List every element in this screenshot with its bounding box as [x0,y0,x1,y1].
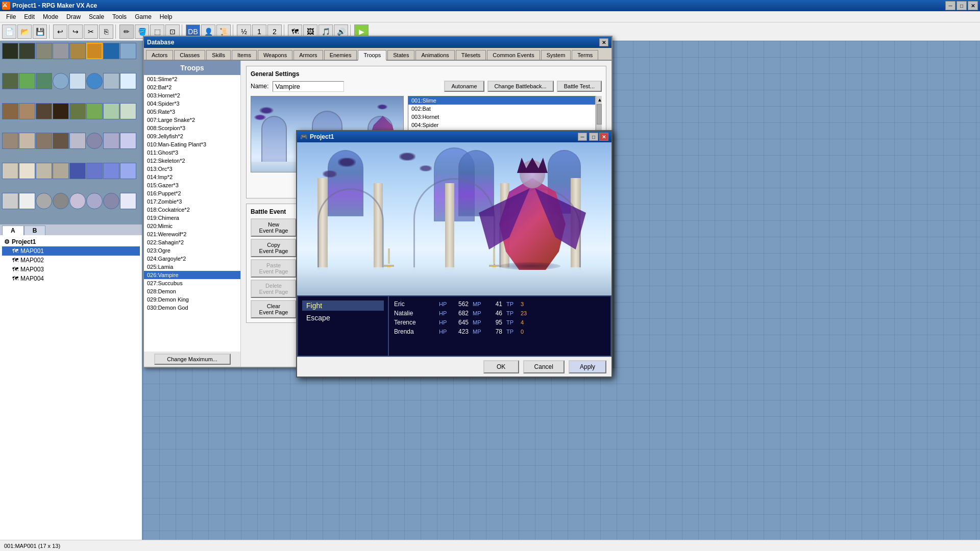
tile[interactable] [53,163,69,179]
tile[interactable] [36,103,52,119]
tile[interactable] [86,163,103,179]
db-close-btn[interactable]: ✕ [599,38,608,46]
menu-mode[interactable]: Mode [39,12,62,21]
toolbar-undo[interactable]: ↩ [53,24,67,39]
tile[interactable] [19,193,35,209]
tile[interactable] [53,133,69,149]
tile[interactable] [69,163,86,179]
troops-item[interactable]: 020:Mimic [144,222,240,230]
tab-troops[interactable]: Troops [358,50,386,61]
tile[interactable] [2,73,18,89]
close-btn[interactable]: ✕ [968,1,978,10]
troops-item[interactable]: 009:Jellyfish*2 [144,132,240,140]
tab-system[interactable]: System [541,50,571,60]
troops-item[interactable]: 029:Demon King [144,295,240,304]
tile[interactable] [69,73,86,89]
scrollbar-thumb[interactable] [597,104,602,124]
troops-item[interactable]: 024:Gargoyle*2 [144,255,240,263]
troops-item[interactable]: 016:Puppet*2 [144,189,240,197]
tile[interactable] [103,103,119,119]
tile[interactable] [36,163,52,179]
tree-map-001[interactable]: 🗺 MAP001 [2,246,140,256]
toolbar-cut[interactable]: ✂ [84,24,98,39]
autoname-btn[interactable]: Autoname [444,81,484,92]
tab-a[interactable]: A [2,226,24,235]
troops-item[interactable]: 015:Gazer*3 [144,181,240,189]
delete-event-page-btn[interactable]: DeleteEvent Page [251,280,297,298]
troops-item[interactable]: 022:Sahagin*2 [144,238,240,246]
troops-item[interactable]: 021:Werewolf*2 [144,230,240,238]
tile[interactable] [53,73,69,89]
tab-weapons[interactable]: Weapons [258,50,292,60]
menu-file[interactable]: File [2,12,20,21]
troops-item[interactable]: 007:Large Snake*2 [144,116,240,124]
tile[interactable] [69,103,86,119]
troops-item[interactable]: 012:Skeleton*2 [144,157,240,165]
troops-item[interactable]: 030:Demon God [144,304,240,312]
troops-item[interactable]: 008:Scorpion*3 [144,124,240,132]
scroll-up[interactable]: ▲ [596,96,602,104]
menu-tools[interactable]: Tools [108,12,131,21]
tile[interactable] [36,43,52,59]
project-root[interactable]: ⚙ Project1 [2,237,140,246]
tile[interactable] [86,133,103,149]
tile[interactable] [69,133,86,149]
tile[interactable] [19,73,35,89]
tile[interactable] [19,163,35,179]
menu-game[interactable]: Game [131,12,156,21]
tile[interactable] [2,133,18,149]
tab-enemies[interactable]: Enemies [324,50,357,60]
tile[interactable] [69,43,86,59]
apply-btn[interactable]: Apply [569,360,606,373]
tab-skills[interactable]: Skills [206,50,231,60]
maximize-btn[interactable]: □ [957,1,967,10]
tile[interactable] [86,103,103,119]
minimize-btn[interactable]: ─ [945,1,955,10]
toolbar-open[interactable]: 📂 [17,24,32,39]
troops-item[interactable]: 005:Rate*3 [144,108,240,116]
tile[interactable] [19,103,35,119]
battle-cmd-fight[interactable]: Fight [302,300,384,311]
tile[interactable] [103,133,119,149]
tab-items[interactable]: Items [232,50,257,60]
toolbar-new[interactable]: 📄 [2,24,16,39]
tile[interactable] [103,193,119,209]
tab-terms[interactable]: Terms [572,50,598,60]
cancel-btn[interactable]: Cancel [523,360,565,373]
tree-map-003[interactable]: 🗺 MAP003 [2,265,140,274]
tab-tilesets[interactable]: Tilesets [456,50,486,60]
tile[interactable] [103,73,119,89]
troops-item[interactable]: 003:Hornet*2 [144,91,240,99]
tile[interactable] [86,43,103,59]
toolbar-pencil[interactable]: ✏ [119,24,134,39]
tab-common-events[interactable]: Common Events [487,50,540,60]
tile[interactable] [19,43,35,59]
menu-draw[interactable]: Draw [62,12,85,21]
tile[interactable] [36,133,52,149]
tab-classes[interactable]: Classes [174,50,205,60]
new-event-page-btn[interactable]: NewEvent Page [251,218,297,237]
menu-help[interactable]: Help [156,12,177,21]
battle-close-btn[interactable]: ✕ [599,133,608,141]
tile[interactable] [36,193,52,209]
troops-item[interactable]: 011:Ghost*3 [144,148,240,157]
tile[interactable] [53,103,69,119]
tab-actors[interactable]: Actors [146,50,173,60]
ok-btn[interactable]: OK [483,360,519,373]
tile[interactable] [69,193,86,209]
tab-animations[interactable]: Animations [415,50,454,60]
enemy-item[interactable]: 001:Slime [408,96,595,105]
troops-item[interactable]: 023:Ogre [144,246,240,255]
menu-scale[interactable]: Scale [85,12,108,21]
battle-maximize-btn[interactable]: □ [589,133,598,141]
tab-states[interactable]: States [387,50,414,60]
tile[interactable] [120,103,136,119]
tile[interactable] [53,43,69,59]
troops-item[interactable]: 004:Spider*3 [144,99,240,108]
troops-list[interactable]: 001:Slime*2 002:Bat*2 003:Hornet*2 004:S… [144,75,240,352]
tile[interactable] [36,73,52,89]
troops-item[interactable]: 002:Bat*2 [144,83,240,91]
troops-item[interactable]: 028:Demon [144,287,240,295]
clear-event-page-btn[interactable]: ClearEvent Page [251,300,297,318]
tile[interactable] [19,133,35,149]
